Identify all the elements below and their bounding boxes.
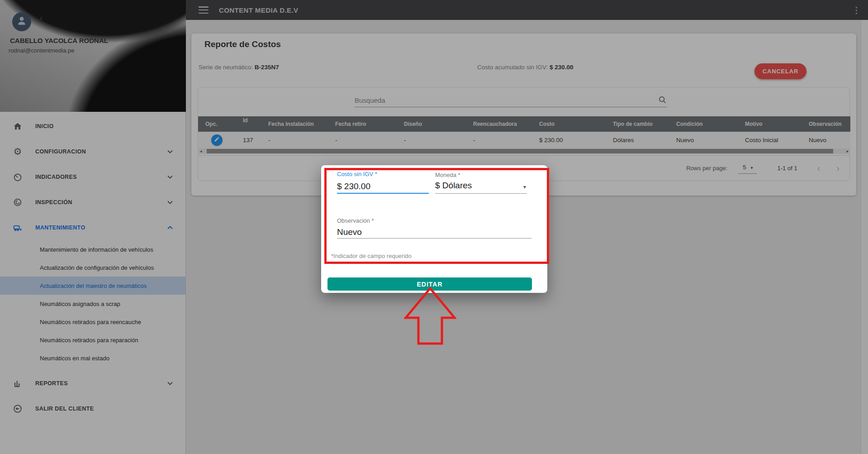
required-fields-note: *Indicador de campo requerido — [331, 253, 412, 259]
editar-button[interactable]: EDITAR — [327, 277, 532, 291]
moneda-label: Moneda * — [435, 172, 460, 178]
moneda-value: $ Dólares — [435, 181, 472, 190]
edit-cost-dialog: Costo sin IGV * Moneda * $ Dólares▾ Obse… — [321, 165, 547, 293]
app-root: ‹ CABELLO YACOLCA RODNAL rodnal@contentm… — [0, 0, 868, 454]
observacion-input[interactable] — [337, 226, 531, 239]
costo-sin-igv-input[interactable] — [337, 180, 429, 194]
caret-down-icon: ▾ — [523, 184, 526, 190]
observacion-label: Observación * — [337, 217, 374, 224]
moneda-select[interactable]: $ Dólares▾ — [435, 181, 527, 194]
costo-sin-igv-label: Costo sin IGV * — [337, 171, 377, 177]
